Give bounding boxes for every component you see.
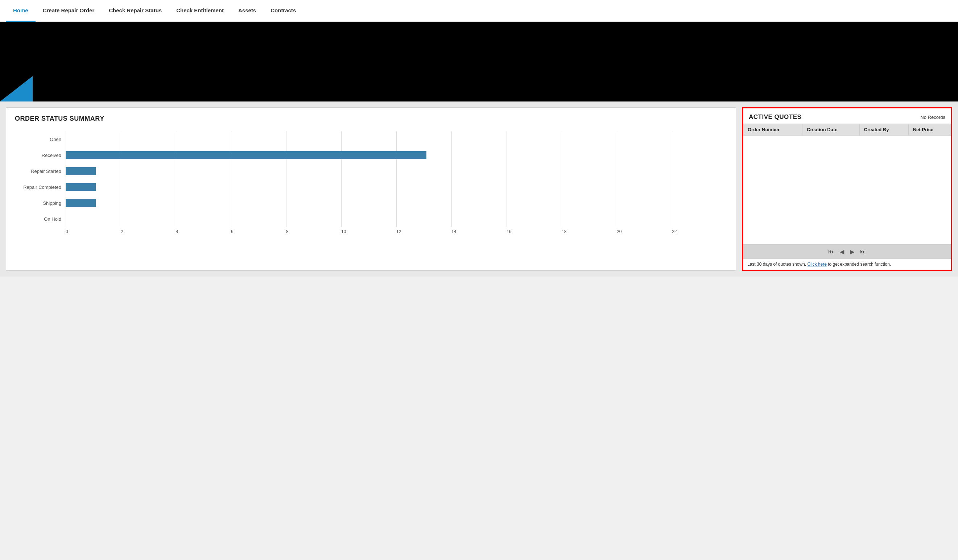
chart-grid [66,179,727,195]
chart-grid-line [617,147,672,163]
nav-item-home[interactable]: Home [6,0,35,22]
chart-row: Shipping [15,195,727,211]
aq-column-header: Order Number [743,124,803,136]
chart-row-label: Open [15,137,66,142]
note-suffix: to get expanded search function. [827,262,891,267]
pagination-prev-btn[interactable]: ◀ [838,248,846,256]
chart-grid-line [617,195,672,211]
nav-item-check-entitlement[interactable]: Check Entitlement [169,0,231,22]
pagination-last-btn[interactable]: ⏭ [858,248,868,256]
chart-bar-area [66,195,727,211]
chart-row-label: On Hold [15,217,66,222]
chart-grid-line [341,163,397,179]
chart-grid-line [341,211,397,227]
chart-grid-line [452,163,506,179]
chart-grid-line [341,131,397,147]
chart-grid-line [397,131,452,147]
x-tick: 12 [397,229,452,234]
chart-grid-line [121,163,176,179]
chart-grid-line [121,131,176,147]
chart-grid-line [231,131,286,147]
x-tick: 14 [452,229,506,234]
aq-column-header: Net Price [908,124,951,136]
chart-grid-line [506,211,561,227]
chart-grid-line [561,147,617,163]
chart-grid-line [506,179,561,195]
chart-row-label: Received [15,153,66,158]
chart-grid-line [231,179,286,195]
chart-bar [66,167,96,175]
pagination-next-btn[interactable]: ▶ [848,248,856,256]
chart-grid-line [397,179,452,195]
note-prefix: Last 30 days of quotes shown. [747,262,807,267]
x-tick: 4 [176,229,231,234]
chart-row-label: Repair Completed [15,185,66,190]
chart-grid-line [561,211,617,227]
x-tick: 18 [561,229,617,234]
chart-row: Received [15,147,727,163]
chart-grid-line [561,131,617,147]
chart-grid-line [286,195,341,211]
x-tick: 20 [617,229,672,234]
chart-grid-line [672,163,727,179]
chart-grid-line [506,147,561,163]
banner-image [0,22,958,101]
table-row [743,136,951,244]
chart-grid-line [672,179,727,195]
pagination-first-btn[interactable]: ⏮ [826,248,836,256]
chart-grid-line [176,211,231,227]
chart-bar [66,199,96,207]
chart-bar-area [66,211,727,227]
chart-grid-line [617,131,672,147]
chart-bar-area [66,163,727,179]
active-quotes-thead: Order NumberCreation DateCreated ByNet P… [743,124,951,136]
chart-grid-line [397,163,452,179]
banner-triangle [0,76,33,101]
main-content: ORDER STATUS SUMMARY OpenReceivedRepair … [0,101,958,277]
chart-grid-line [452,147,506,163]
chart-grid-line [231,163,286,179]
chart-grid-line [286,131,341,147]
chart-grid-line [231,211,286,227]
chart-grid-line [452,131,506,147]
active-quotes-header: ACTIVE QUOTES No Records [743,108,951,123]
chart-grid-line [397,195,452,211]
chart-grid-line [617,163,672,179]
x-tick: 16 [506,229,561,234]
x-axis: 0246810121416182022 [66,229,727,236]
nav-item-contracts[interactable]: Contracts [263,0,303,22]
chart-grid-line [561,179,617,195]
nav-item-assets[interactable]: Assets [231,0,263,22]
pagination-bar: ⏮ ◀ ▶ ⏭ [743,245,951,259]
nav-item-create-repair-order[interactable]: Create Repair Order [35,0,102,22]
chart-grid-line [506,131,561,147]
nav-bar: Home Create Repair Order Check Repair St… [0,0,958,22]
x-tick: 10 [341,229,397,234]
chart-grid-line [672,131,727,147]
chart-grid-line [397,211,452,227]
x-tick: 22 [672,229,727,234]
chart-grid-line [672,195,727,211]
nav-item-check-repair-status[interactable]: Check Repair Status [102,0,169,22]
chart-grid-line [617,211,672,227]
chart-bar-area [66,147,727,163]
chart-bar [66,183,96,191]
chart-bar [66,151,427,159]
chart-grid-line [286,211,341,227]
chart-grid-line [506,195,561,211]
chart-grid-line [617,179,672,195]
chart-grid-line [341,195,397,211]
chart-grid-line [341,179,397,195]
chart-grid-line [452,211,506,227]
active-quotes-footer: ⏮ ◀ ▶ ⏭ Last 30 days of quotes shown. Cl… [743,244,951,270]
x-tick: 2 [121,229,176,234]
chart-row: Repair Started [15,163,727,179]
click-here-link[interactable]: Click here [807,262,826,267]
chart-grid-line [452,195,506,211]
order-status-panel: ORDER STATUS SUMMARY OpenReceivedRepair … [6,107,736,271]
active-quotes-tbody [743,136,951,244]
order-status-title: ORDER STATUS SUMMARY [15,115,727,122]
chart-grid-line [231,195,286,211]
chart-bar-area [66,179,727,195]
chart-grid-line [286,179,341,195]
